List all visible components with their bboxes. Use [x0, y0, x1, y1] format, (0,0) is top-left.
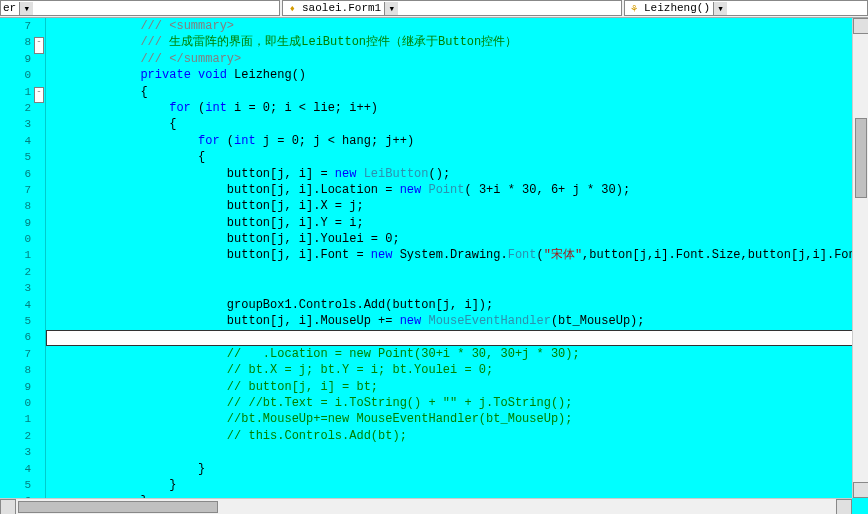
- line-number: 1: [0, 84, 31, 100]
- class-dropdown[interactable]: ⬧ saolei.Form1 ▾: [282, 0, 622, 16]
- code-line[interactable]: }: [46, 461, 868, 477]
- fold-toggle[interactable]: -: [34, 87, 44, 103]
- chevron-down-icon: ▾: [713, 2, 727, 15]
- line-number: 5: [0, 477, 31, 493]
- line-number: 8: [0, 198, 31, 214]
- code-line[interactable]: button[j, i].MouseUp += new MouseEventHa…: [46, 313, 868, 329]
- fold-toggle[interactable]: -: [34, 37, 44, 53]
- line-number: 1: [0, 411, 31, 427]
- code-line[interactable]: button[j, i] = new LeiButton();: [46, 166, 868, 182]
- line-number: 2: [0, 100, 31, 116]
- line-number: 5: [0, 149, 31, 165]
- line-number: 4: [0, 461, 31, 477]
- chevron-down-icon: ▾: [384, 2, 398, 15]
- scroll-thumb-h[interactable]: [18, 501, 218, 513]
- line-number-gutter: 78901234567890123456789012345678--: [0, 18, 46, 514]
- code-line[interactable]: [46, 444, 868, 460]
- method-icon: ⚘: [627, 2, 641, 14]
- code-line[interactable]: // button[j, i] = bt;: [46, 379, 868, 395]
- code-line[interactable]: [46, 264, 868, 280]
- code-line[interactable]: button[j, i].Location = new Point( 3+i *…: [46, 182, 868, 198]
- class-icon: ⬧: [285, 2, 299, 14]
- line-number: 9: [0, 379, 31, 395]
- line-number: 9: [0, 215, 31, 231]
- scroll-right-button[interactable]: [836, 499, 852, 514]
- line-number: 0: [0, 231, 31, 247]
- scroll-down-button[interactable]: [853, 482, 868, 498]
- line-number: 2: [0, 428, 31, 444]
- navigation-bar: er ▾ ⬧ saolei.Form1 ▾ ⚘ Leizheng() ▾: [0, 0, 868, 18]
- code-line[interactable]: groupBox1.Controls.Add(button[j, i]);: [46, 297, 868, 313]
- line-number: 9: [0, 51, 31, 67]
- code-line[interactable]: for (int i = 0; i < lie; i++): [46, 100, 868, 116]
- code-line[interactable]: /// <summary>: [46, 18, 868, 34]
- line-number: 3: [0, 116, 31, 132]
- editor-main: 78901234567890123456789012345678-- /// <…: [0, 18, 868, 514]
- line-number: 4: [0, 133, 31, 149]
- code-line[interactable]: // bt.X = j; bt.Y = i; bt.Youlei = 0;: [46, 362, 868, 378]
- vertical-scrollbar[interactable]: [852, 18, 868, 498]
- method-label: Leizheng(): [644, 2, 710, 14]
- code-line[interactable]: /// </summary>: [46, 51, 868, 67]
- code-line[interactable]: // this.Controls.Add(bt);: [46, 428, 868, 444]
- line-number: 7: [0, 346, 31, 362]
- code-line[interactable]: button[j, i].Font = new System.Drawing.F…: [46, 247, 868, 263]
- line-number: 6: [0, 329, 31, 345]
- code-editor[interactable]: /// <summary> /// 生成雷阵的界面，即生成LeiButton控件…: [46, 18, 868, 514]
- code-line[interactable]: // .Location = new Point(30+i * 30, 30+j…: [46, 346, 868, 362]
- scope-dropdown[interactable]: er ▾: [0, 0, 280, 16]
- code-line[interactable]: private void Leizheng(): [46, 67, 868, 83]
- line-number: 4: [0, 297, 31, 313]
- code-line[interactable]: {: [46, 84, 868, 100]
- code-line[interactable]: for (int j = 0; j < hang; j++): [46, 133, 868, 149]
- line-number: 6: [0, 166, 31, 182]
- code-line[interactable]: /// 生成雷阵的界面，即生成LeiButton控件（继承于Button控件）: [46, 34, 868, 50]
- line-number: 3: [0, 280, 31, 296]
- scroll-up-button[interactable]: [853, 18, 868, 34]
- code-line[interactable]: [46, 280, 868, 296]
- code-line[interactable]: button[j, i].X = j;: [46, 198, 868, 214]
- line-number: 8: [0, 362, 31, 378]
- line-number: 7: [0, 18, 31, 34]
- line-number: 3: [0, 444, 31, 460]
- chevron-down-icon: ▾: [19, 2, 33, 15]
- code-line[interactable]: //bt.MouseUp+=new MouseEventHandler(bt_M…: [46, 411, 868, 427]
- scope-label: er: [3, 2, 16, 14]
- line-number: 2: [0, 264, 31, 280]
- code-line[interactable]: [46, 329, 868, 345]
- code-line[interactable]: {: [46, 116, 868, 132]
- scroll-left-button[interactable]: [0, 499, 16, 514]
- code-line[interactable]: // //bt.Text = i.ToString() + "" + j.ToS…: [46, 395, 868, 411]
- code-line[interactable]: button[j, i].Y = i;: [46, 215, 868, 231]
- code-line[interactable]: }: [46, 477, 868, 493]
- line-number: 1: [0, 247, 31, 263]
- line-number: 0: [0, 395, 31, 411]
- code-line[interactable]: button[j, i].Youlei = 0;: [46, 231, 868, 247]
- scroll-thumb-v[interactable]: [855, 118, 867, 198]
- class-label: saolei.Form1: [302, 2, 381, 14]
- line-number: 5: [0, 313, 31, 329]
- line-number: 7: [0, 182, 31, 198]
- code-line[interactable]: {: [46, 149, 868, 165]
- horizontal-scrollbar[interactable]: [0, 498, 852, 514]
- line-number: 8: [0, 34, 31, 50]
- method-dropdown[interactable]: ⚘ Leizheng() ▾: [624, 0, 868, 16]
- line-number: 0: [0, 67, 31, 83]
